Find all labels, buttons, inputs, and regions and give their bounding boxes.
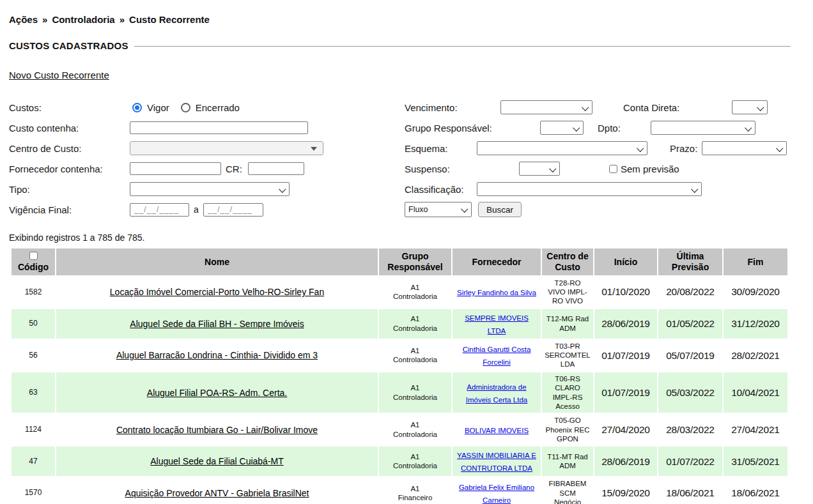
tipo-select[interactable]: [130, 182, 290, 196]
sem-previsao-label[interactable]: Sem previsão: [621, 164, 679, 174]
grupo-responsavel-label: Grupo Responsável:: [405, 123, 540, 134]
row-grupo: A1 Financeiro: [379, 477, 451, 504]
row-fim: 31/12/2020: [724, 309, 787, 339]
row-fim: 27/04/2021: [724, 414, 787, 445]
vencimento-select[interactable]: [500, 100, 592, 114]
row-codigo: 1570: [12, 477, 55, 504]
encerrado-radio-label[interactable]: Encerrado: [196, 102, 240, 113]
supplier-link[interactable]: Cinthia Garutti Costa Forcelini: [463, 346, 531, 366]
supplier-link[interactable]: SEMPRE IMOVEIS LTDA: [465, 314, 529, 335]
breadcrumb: Ações»Controladoria»Custo Recorrente: [9, 14, 210, 25]
fluxo-select[interactable]: Fluxo: [405, 202, 472, 217]
filter-row-classificacao: Classificação:: [405, 179, 794, 199]
esquema-label: Esquema:: [405, 143, 477, 154]
breadcrumb-controladoria[interactable]: Controladoria: [52, 14, 114, 25]
fornecedor-contenha-input[interactable]: [130, 162, 221, 175]
esquema-select[interactable]: [477, 141, 647, 155]
dpto-select[interactable]: [651, 121, 755, 135]
row-grupo: A1 Controladoria: [379, 414, 451, 445]
row-inicio: 27/04/2020: [594, 414, 657, 445]
suspenso-label: Suspenso:: [405, 164, 519, 174]
results-status: Exibindo registros 1 a 785 de 785.: [9, 233, 144, 243]
breadcrumb-acoes[interactable]: Ações: [9, 14, 38, 25]
row-inicio: 15/09/2020: [594, 477, 657, 504]
row-grupo: A1 Controladoria: [379, 447, 451, 476]
column-header-codigo: Código: [12, 248, 55, 275]
buscar-button[interactable]: Buscar: [478, 202, 522, 217]
cost-name-link[interactable]: Contrato locação Itumbiara Go - Lair/Bol…: [116, 425, 318, 435]
row-grupo: A1 Controladoria: [379, 277, 451, 308]
centro-custo-combobox[interactable]: [130, 141, 323, 155]
column-header-ultima-previsao: Última Previsão: [658, 248, 722, 275]
custo-contenha-input[interactable]: [130, 121, 308, 134]
table-row: 1570 Aquisição Provedor ANTV - Gabriela …: [12, 477, 787, 504]
section-head: CUSTOS CADASTRADOS: [9, 40, 791, 51]
prazo-select[interactable]: [702, 141, 787, 155]
vigor-radio-label[interactable]: Vigor: [147, 102, 169, 113]
filter-row-custo-contenha: Custo contenha:: [9, 118, 392, 138]
column-header-nome: Nome: [56, 248, 378, 275]
table-row: 56 Aluguel Barracão Londrina - Cinthia- …: [12, 340, 787, 371]
supplier-link[interactable]: Administradora de Imóveis Certa Ltda: [466, 383, 528, 404]
suspenso-select[interactable]: [519, 162, 560, 176]
conta-direta-select[interactable]: [732, 100, 768, 114]
table-row: 50 Aluguel Sede da Filial BH - Sempre Im…: [12, 309, 787, 339]
row-ultima-previsao: 05/03/2022: [658, 372, 722, 413]
filter-row-vencimento: Vencimento: Conta Direta:: [405, 97, 794, 118]
row-codigo: 50: [12, 309, 55, 339]
tipo-label: Tipo:: [9, 184, 130, 195]
cr-input[interactable]: [248, 162, 304, 175]
custos-label: Custos:: [9, 102, 130, 113]
cost-name-link[interactable]: Aluguel Sede da Filial BH - Sempre Imóve…: [130, 319, 304, 329]
new-recurring-cost-link[interactable]: Novo Custo Recorrente: [9, 70, 109, 80]
vencimento-label: Vencimento:: [405, 102, 500, 113]
row-ultima-previsao: 28/03/2022: [658, 414, 722, 445]
cost-table-body: 1582 Locação Imóvel Comercial-Porto Velh…: [12, 277, 787, 504]
vigencia-final-label: Vigência Final:: [9, 204, 130, 215]
breadcrumb-custo-recorrente[interactable]: Custo Recorrente: [129, 14, 210, 25]
row-codigo: 63: [12, 372, 55, 413]
vigor-radio[interactable]: [132, 103, 142, 112]
cost-name-link[interactable]: Locação Imóvel Comercial-Porto Velho-RO-…: [110, 287, 324, 297]
row-centro: T12-MG Rad ADM: [542, 309, 593, 339]
cost-name-link[interactable]: Aluguel Filial POA-RS- Adm. Certa.: [147, 388, 287, 398]
supplier-link[interactable]: BOLIVAR IMOVEIS: [465, 427, 529, 434]
row-centro: T06-RS CLARO IMPL-RS Acesso: [542, 372, 593, 413]
cost-name-link[interactable]: Aluguel Sede da Filial Cuiabá-MT: [150, 456, 284, 466]
row-codigo: 1124: [12, 414, 55, 445]
encerrado-radio[interactable]: [181, 103, 190, 112]
row-centro: T05-GO Phoenix REC GPON: [542, 414, 593, 445]
row-fim: 31/05/2021: [724, 447, 787, 476]
select-all-checkbox[interactable]: [29, 252, 38, 260]
row-inicio: 01/07/2019: [594, 340, 657, 371]
filters-form: Custos: Vigor Encerrado Custo contenha: …: [0, 97, 813, 225]
row-grupo: A1 Controladoria: [379, 340, 451, 371]
filter-row-centro-custo: Centro de Custo:: [9, 138, 392, 158]
cost-name-link[interactable]: Aquisição Provedor ANTV - Gabriela Brasi…: [125, 488, 309, 498]
filter-row-fornecedor: Fornecedor contenha: CR:: [9, 158, 392, 179]
vigencia-inicio-input[interactable]: [130, 203, 189, 217]
classificacao-select[interactable]: [477, 182, 702, 196]
row-ultima-previsao: 20/08/2022: [658, 277, 722, 308]
fornecedor-contenha-label: Fornecedor contenha:: [9, 164, 130, 174]
row-centro: FIBRABEM SCM Negócio: [542, 477, 593, 504]
sem-previsao-checkbox[interactable]: [609, 165, 617, 173]
supplier-link[interactable]: Gabriela Felix Emiliano Carneiro: [459, 484, 534, 504]
column-header-centro-de-custo: Centro de Custo: [542, 248, 593, 275]
breadcrumb-separator: »: [42, 14, 47, 25]
row-inicio: 01/10/2020: [594, 277, 657, 308]
filter-row-custos: Custos: Vigor Encerrado: [9, 97, 392, 118]
row-codigo: 56: [12, 340, 55, 371]
row-inicio: 28/06/2019: [594, 309, 657, 339]
cost-name-link[interactable]: Aluguel Barracão Londrina - Cinthia- Div…: [116, 350, 318, 360]
row-centro: T03-PR SERCOMTEL LDA: [542, 340, 593, 371]
row-fim: 30/09/2020: [724, 277, 787, 308]
vigencia-fim-input[interactable]: [203, 203, 263, 217]
row-fim: 28/02/2021: [724, 340, 787, 371]
supplier-link[interactable]: Sirley Fandinho da Silva: [457, 289, 536, 296]
row-codigo: 47: [12, 447, 55, 476]
row-ultima-previsao: 01/07/2022: [658, 447, 722, 476]
row-codigo: 1582: [12, 277, 55, 308]
grupo-responsavel-select[interactable]: [540, 121, 584, 135]
supplier-link[interactable]: YASSIN IMOBILIARIA E CONTRUTORA LTDA: [457, 452, 536, 472]
